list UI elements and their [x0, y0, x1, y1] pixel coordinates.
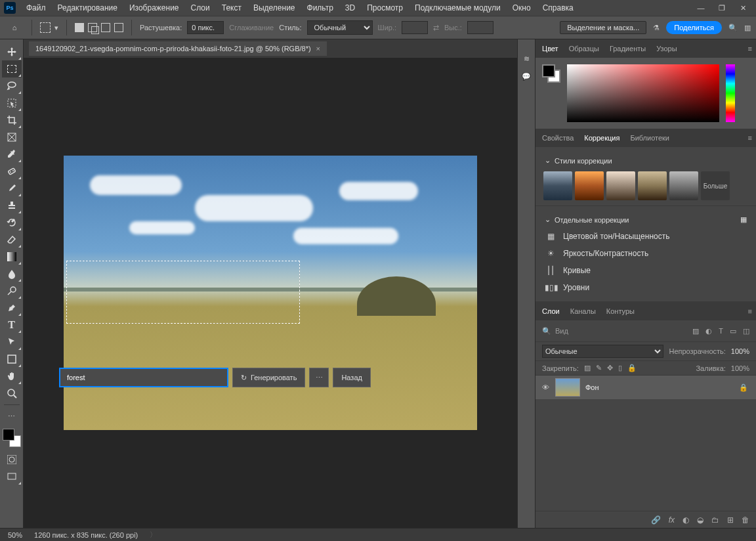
tab-libraries[interactable]: Библиотеки	[630, 134, 669, 142]
group-icon[interactable]: 🗀	[711, 515, 719, 525]
menu-edit[interactable]: Редактирование	[52, 1, 123, 14]
tab-properties[interactable]: Свойства	[542, 134, 574, 142]
frame-tool[interactable]	[2, 129, 22, 146]
lock-pos-icon[interactable]: ✥	[607, 364, 613, 372]
new-layer-icon[interactable]: ⊞	[727, 515, 734, 525]
layer-thumbnail[interactable]	[555, 378, 580, 397]
tab-color[interactable]: Цвет	[542, 45, 558, 53]
link-layers-icon[interactable]: 🔗	[651, 515, 661, 525]
tab-swatches[interactable]: Образцы	[569, 45, 599, 53]
fg-bg-colors[interactable]	[3, 429, 21, 447]
opacity-value[interactable]: 100%	[731, 347, 749, 355]
filter-pixel-icon[interactable]: ▨	[692, 327, 699, 335]
layer-filter-select[interactable]: Вид	[555, 324, 688, 337]
eraser-tool[interactable]	[2, 231, 22, 248]
chevron-down-icon[interactable]: ▾	[54, 24, 58, 32]
home-button[interactable]: ⌂	[5, 20, 24, 35]
tab-layers[interactable]: Слои	[542, 307, 560, 315]
sel-intersect-icon[interactable]	[114, 23, 123, 32]
corr-style-thumb[interactable]	[575, 171, 604, 200]
search-icon[interactable]: 🔍	[728, 24, 738, 32]
lock-nest-icon[interactable]: ▯	[618, 364, 622, 372]
gen-back-button[interactable]: Назад	[333, 368, 371, 387]
share-button[interactable]: Поделиться	[666, 21, 722, 34]
lock-paint-icon[interactable]: ✎	[596, 364, 602, 372]
lock-trans-icon[interactable]: ▨	[584, 364, 591, 372]
color-fg-bg[interactable]	[542, 64, 560, 83]
eyedropper-tool[interactable]	[2, 146, 22, 163]
layer-row-background[interactable]: 👁 Фон 🔒	[536, 376, 756, 399]
menu-3d[interactable]: 3D	[340, 1, 360, 14]
minimize-icon[interactable]: —	[692, 1, 710, 14]
tab-close-icon[interactable]: ×	[316, 45, 320, 53]
status-zoom[interactable]: 50%	[8, 531, 22, 539]
menu-window[interactable]: Окно	[507, 1, 536, 14]
shape-tool[interactable]	[2, 351, 22, 368]
fx-icon[interactable]: fx	[669, 515, 675, 525]
corr-styles-toggle[interactable]: ⌄Стили коррекции	[543, 152, 748, 169]
move-tool[interactable]	[2, 43, 22, 60]
adj-levels[interactable]: ▮▯▮Уровни	[543, 279, 748, 296]
adj-toggle[interactable]: ⌄Отдельные коррекции▦	[543, 211, 748, 228]
lasso-tool[interactable]	[2, 77, 22, 95]
lock-all-icon[interactable]: 🔒	[627, 364, 637, 372]
adj-curves[interactable]: ⎮⎮Кривые	[543, 262, 748, 279]
quickmask-icon[interactable]	[2, 451, 22, 468]
corr-style-thumb[interactable]	[606, 171, 635, 200]
gen-prompt-input[interactable]	[59, 368, 228, 387]
corr-style-more[interactable]: Больше	[701, 171, 730, 200]
grid-view-icon[interactable]: ▦	[740, 215, 747, 224]
adjustment-layer-icon[interactable]: ◒	[697, 515, 704, 525]
close-icon[interactable]: ✕	[734, 1, 752, 14]
edit-toolbar-icon[interactable]: ⋯	[2, 408, 22, 425]
blend-mode-select[interactable]: Обычные	[542, 345, 663, 358]
adj-hue-sat[interactable]: ▦Цветовой тон/Насыщенность	[543, 228, 748, 245]
canvas[interactable]	[24, 58, 517, 528]
stamp-tool[interactable]	[2, 197, 22, 214]
brush-tool[interactable]	[2, 180, 22, 197]
sel-add-icon[interactable]	[88, 23, 97, 32]
history-panel-icon[interactable]: ≋	[524, 55, 530, 62]
filter-shape-icon[interactable]: ▭	[730, 327, 736, 335]
heal-tool[interactable]	[2, 163, 22, 180]
menu-select[interactable]: Выделение	[248, 1, 301, 14]
blur-tool[interactable]	[2, 265, 22, 282]
sel-subtract-icon[interactable]	[101, 23, 110, 32]
corr-style-thumb[interactable]	[543, 171, 572, 200]
menu-layers[interactable]: Слои	[186, 1, 215, 14]
adj-bright-contrast[interactable]: ☀Яркость/Контрастность	[543, 245, 748, 262]
fill-value[interactable]: 100%	[731, 364, 749, 372]
filter-adjust-icon[interactable]: ◐	[705, 327, 712, 335]
zoom-tool[interactable]	[2, 385, 22, 402]
corr-style-thumb[interactable]	[669, 171, 698, 200]
flask-icon[interactable]: ⚗	[653, 24, 660, 32]
menu-text[interactable]: Текст	[217, 1, 247, 14]
workspace-icon[interactable]: ▥	[744, 24, 751, 32]
gradient-tool[interactable]	[2, 248, 22, 265]
menu-filter[interactable]: Фильтр	[302, 1, 339, 14]
marquee-tool[interactable]	[2, 60, 22, 77]
menu-help[interactable]: Справка	[537, 1, 579, 14]
tab-channels[interactable]: Каналы	[570, 307, 596, 315]
delete-layer-icon[interactable]: 🗑	[742, 515, 749, 525]
feather-input[interactable]	[187, 21, 224, 34]
comments-panel-icon[interactable]: 💬	[522, 73, 531, 80]
tab-patterns[interactable]: Узоры	[656, 45, 677, 53]
color-field[interactable]	[567, 64, 719, 122]
panel-menu-icon[interactable]: ≡	[748, 307, 752, 315]
filter-smart-icon[interactable]: ◫	[743, 327, 749, 335]
color-picker[interactable]	[536, 58, 756, 129]
hand-tool[interactable]	[2, 368, 22, 385]
hue-slider[interactable]	[726, 64, 735, 122]
sel-new-icon[interactable]	[75, 23, 84, 32]
menu-plugins[interactable]: Подключаемые модули	[410, 1, 506, 14]
corr-style-thumb[interactable]	[638, 171, 667, 200]
history-brush-tool[interactable]	[2, 214, 22, 231]
pen-tool[interactable]	[2, 299, 22, 316]
menu-file[interactable]: Файл	[21, 1, 51, 14]
text-tool[interactable]: T	[2, 316, 22, 334]
tab-gradients[interactable]: Градиенты	[610, 45, 646, 53]
visibility-toggle[interactable]: 👁	[541, 383, 550, 391]
tab-paths[interactable]: Контуры	[606, 307, 635, 315]
screenmode-icon[interactable]	[2, 468, 22, 485]
